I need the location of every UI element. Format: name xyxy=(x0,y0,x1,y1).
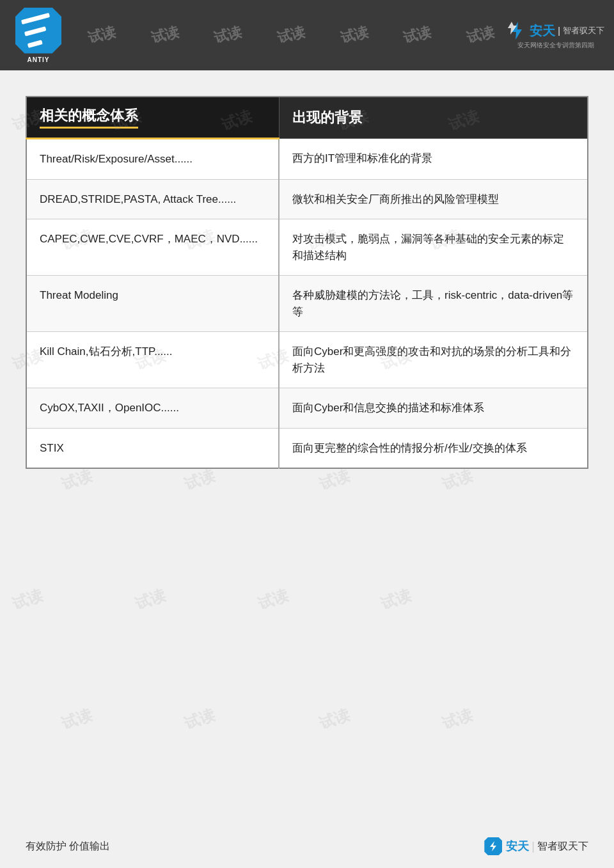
table-cell-left-6: STIX xyxy=(26,428,279,468)
left-header-text: 相关的概念体系 xyxy=(40,106,138,129)
table-row: DREAD,STRIDE,PASTA, Attack Tree......微软和… xyxy=(26,179,588,219)
brand-svg-icon xyxy=(507,20,527,41)
brand-row: 安天 | 智者驭天下 xyxy=(507,20,604,41)
table-cell-right-5: 面向Cyber和信息交换的描述和标准体系 xyxy=(279,388,588,429)
body-watermark-21: 试读 xyxy=(59,704,95,733)
logo-stripe-3 xyxy=(27,40,42,48)
table-cell-left-1: DREAD,STRIDE,PASTA, Attack Tree...... xyxy=(26,179,279,219)
footer-logo-icon xyxy=(484,837,502,855)
table-cell-left-2: CAPEC,CWE,CVE,CVRF，MAEC，NVD...... xyxy=(26,219,279,276)
body-watermark-18: 试读 xyxy=(132,584,168,613)
table-cell-right-1: 微软和相关安全厂商所推出的风险管理模型 xyxy=(279,179,588,219)
table-cell-left-3: Threat Modeling xyxy=(26,276,279,332)
logo-stripe-1 xyxy=(20,13,49,24)
footer-brand-text: 安天 | 智者驭天下 xyxy=(506,839,588,854)
footer-antiy-label: 安天 xyxy=(506,839,529,854)
table-row: Threat/Risk/Exposure/Asset......西方的IT管理和… xyxy=(26,139,588,180)
table-row: Kill Chain,钻石分析,TTP......面向Cyber和更高强度的攻击… xyxy=(26,332,588,388)
body-watermark-17: 试读 xyxy=(10,584,45,613)
main-content: 相关的概念体系 出现的背景 Threat/Risk/Exposure/Asset… xyxy=(0,70,614,488)
footer: 有效防护 价值输出 安天 | 智者驭天下 xyxy=(0,837,614,855)
table-cell-right-2: 对攻击模式，脆弱点，漏洞等各种基础的安全元素的标定和描述结构 xyxy=(279,219,588,276)
footer-cn-suffix: 智者驭天下 xyxy=(537,840,588,853)
brand-cn-name: 安天 xyxy=(530,22,555,40)
right-header-text: 出现的背景 xyxy=(292,109,363,125)
main-table: 相关的概念体系 出现的背景 Threat/Risk/Exposure/Asset… xyxy=(26,96,588,469)
table-cell-left-4: Kill Chain,钻石分析,TTP...... xyxy=(26,332,279,388)
svg-marker-0 xyxy=(512,22,522,40)
header-wm-3: 试读 xyxy=(212,22,244,48)
footer-right: 安天 | 智者驭天下 xyxy=(484,837,588,855)
table-row: STIX面向更完整的综合性的情报分析/作业/交换的体系 xyxy=(26,428,588,468)
table-cell-right-4: 面向Cyber和更高强度的攻击和对抗的场景的分析工具和分析方法 xyxy=(279,332,588,388)
body-watermark-22: 试读 xyxy=(182,704,217,733)
header-logo: ANTIY xyxy=(10,6,67,64)
table-body: Threat/Risk/Exposure/Asset......西方的IT管理和… xyxy=(26,139,588,469)
header-wm-2: 试读 xyxy=(149,22,181,48)
header-wm-1: 试读 xyxy=(86,22,118,48)
logo-stripe-2 xyxy=(24,26,45,36)
col-header-right: 出现的背景 xyxy=(279,97,588,139)
table-row: CybOX,TAXII，OpenIOC......面向Cyber和信息交换的描述… xyxy=(26,388,588,429)
table-cell-right-0: 西方的IT管理和标准化的背景 xyxy=(279,139,588,180)
header-wm-6: 试读 xyxy=(401,22,433,48)
svg-marker-2 xyxy=(490,841,496,851)
brand-cn-slogan: 智者驭天下 xyxy=(563,25,604,36)
table-cell-left-5: CybOX,TAXII，OpenIOC...... xyxy=(26,388,279,429)
header-wm-7: 试读 xyxy=(464,22,496,48)
body-watermark-24: 试读 xyxy=(439,704,475,733)
header-right-logo: 安天 | 智者驭天下 安天网络安全专训营第四期 xyxy=(507,20,604,50)
body-watermark-23: 试读 xyxy=(317,704,352,733)
table-cell-right-6: 面向更完整的综合性的情报分析/作业/交换的体系 xyxy=(279,428,588,468)
header: ANTIY 试读 试读 试读 试读 试读 试读 试读 安天 | 智者驭天下 安天… xyxy=(0,0,614,70)
table-row: Threat Modeling各种威胁建模的方法论，工具，risk-centri… xyxy=(26,276,588,332)
brand-tagline: 安天网络安全专训营第四期 xyxy=(517,41,594,50)
table-cell-left-0: Threat/Risk/Exposure/Asset...... xyxy=(26,139,279,180)
body-watermark-20: 试读 xyxy=(378,584,414,613)
header-wm-5: 试读 xyxy=(338,22,370,48)
logo-label: ANTIY xyxy=(28,56,50,63)
table-row: CAPEC,CWE,CVE,CVRF，MAEC，NVD......对攻击模式，脆… xyxy=(26,219,588,276)
logo-stripes xyxy=(20,13,56,48)
col-header-left: 相关的概念体系 xyxy=(26,97,279,139)
footer-left-text: 有效防护 价值输出 xyxy=(26,840,110,853)
footer-divider: | xyxy=(531,840,535,853)
footer-lightning-svg xyxy=(487,840,499,852)
brand-divider: | xyxy=(558,26,560,36)
body-watermark-19: 试读 xyxy=(255,584,291,613)
header-wm-4: 试读 xyxy=(275,22,307,48)
table-header-row: 相关的概念体系 出现的背景 xyxy=(26,97,588,139)
logo-shape xyxy=(15,8,61,54)
table-cell-right-3: 各种威胁建模的方法论，工具，risk-centric，data-driven等等 xyxy=(279,276,588,332)
